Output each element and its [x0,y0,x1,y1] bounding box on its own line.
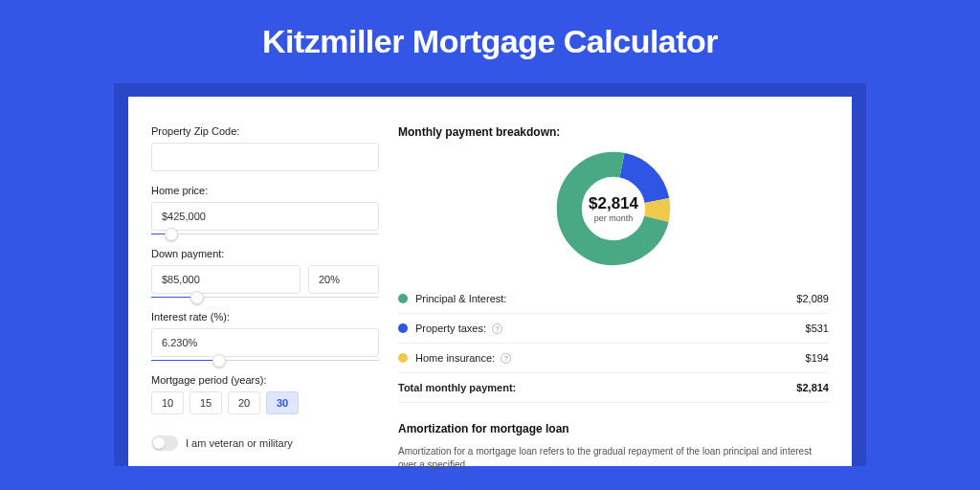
card-backdrop: Property Zip Code: Home price: Down paym… [114,83,866,466]
calculator-card: Property Zip Code: Home price: Down paym… [128,97,852,466]
price-input[interactable] [151,202,379,231]
rate-label: Interest rate (%): [151,311,379,323]
legend-value: $2,089 [796,293,829,304]
rate-slider[interactable] [151,360,379,361]
rate-slider-fill [151,360,219,361]
zip-input[interactable] [151,143,379,171]
rate-input[interactable] [151,328,379,357]
legend-value: $531 [806,323,829,334]
legend-label: Property taxes: [415,323,486,334]
period-label: Mortgage period (years): [151,374,379,386]
veteran-toggle[interactable] [151,435,178,451]
breakdown-column: Monthly payment breakdown: $2,814 per mo… [398,125,829,466]
legend-dot-blue [398,323,408,333]
down-slider-thumb[interactable] [190,291,204,304]
zip-group: Property Zip Code: [151,125,379,171]
legend-label: Principal & Interest: [415,293,506,304]
down-percent-input[interactable] [308,265,379,294]
legend-dot-green [398,294,408,303]
price-slider-thumb[interactable] [165,228,178,241]
period-button-30[interactable]: 30 [266,391,299,414]
rate-group: Interest rate (%): [151,311,379,361]
info-icon[interactable]: ? [492,323,502,334]
veteran-label: I am veteran or military [186,437,293,449]
form-column: Property Zip Code: Home price: Down paym… [151,125,379,466]
price-label: Home price: [151,185,379,196]
legend-row-blue: Property taxes:?$531 [398,313,829,343]
down-group: Down payment: [151,248,379,298]
breakdown-title: Monthly payment breakdown: [398,125,829,139]
zip-label: Property Zip Code: [151,125,379,137]
donut-wrap: $2,814 per month [398,150,829,267]
down-amount-input[interactable] [151,265,301,294]
down-slider[interactable] [151,297,379,298]
period-button-20[interactable]: 20 [228,391,260,414]
total-value: $2,814 [796,382,829,393]
period-row: 10152030 [151,391,379,414]
donut-chart: $2,814 per month [555,150,672,267]
down-label: Down payment: [151,248,379,259]
price-group: Home price: [151,185,379,234]
legend-dot-yellow [398,353,408,363]
donut-amount: $2,814 [589,194,638,213]
price-slider[interactable] [151,234,379,234]
legend-row-total: Total monthly payment:$2,814 [398,372,829,402]
legend-value: $194 [806,352,829,364]
donut-sub: per month [594,213,634,223]
info-icon[interactable]: ? [501,353,511,364]
legend-row-green: Principal & Interest:$2,089 [398,284,829,313]
rate-slider-thumb[interactable] [212,354,226,368]
amortization-text: Amortization for a mortgage loan refers … [398,445,829,472]
legend-label: Home insurance: [415,352,495,364]
page-title: Kitzmiller Mortgage Calculator [0,0,980,83]
legend-row-yellow: Home insurance:?$194 [398,343,829,372]
total-label: Total monthly payment: [398,382,516,393]
period-group: Mortgage period (years): 10152030 [151,374,379,414]
legend: Principal & Interest:$2,089Property taxe… [398,284,829,403]
veteran-row: I am veteran or military [151,435,379,451]
donut-center: $2,814 per month [555,150,672,267]
period-button-15[interactable]: 15 [189,391,222,414]
period-button-10[interactable]: 10 [151,391,184,414]
amortization-section: Amortization for mortgage loan Amortizat… [398,422,829,472]
amortization-title: Amortization for mortgage loan [398,422,829,435]
